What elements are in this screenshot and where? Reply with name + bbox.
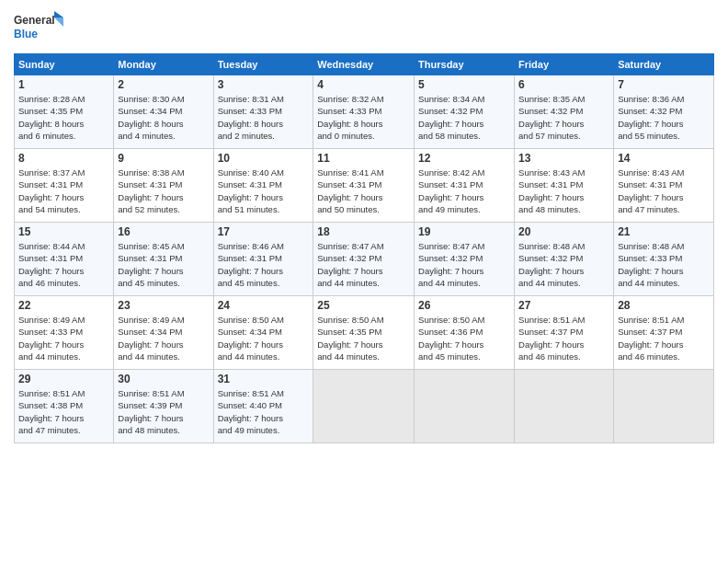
calendar-cell (313, 370, 415, 443)
calendar-cell: 16Sunrise: 8:45 AM Sunset: 4:31 PM Dayli… (114, 223, 213, 296)
day-number: 24 (218, 299, 310, 312)
day-info: Sunrise: 8:34 AM Sunset: 4:32 PM Dayligh… (418, 93, 510, 142)
day-number: 30 (118, 373, 209, 385)
calendar-cell: 10Sunrise: 8:40 AM Sunset: 4:31 PM Dayli… (213, 149, 313, 223)
calendar-cell: 21Sunrise: 8:48 AM Sunset: 4:33 PM Dayli… (614, 223, 714, 296)
calendar-cell: 23Sunrise: 8:49 AM Sunset: 4:34 PM Dayli… (114, 296, 213, 370)
calendar-cell: 24Sunrise: 8:50 AM Sunset: 4:34 PM Dayli… (213, 296, 313, 370)
day-number: 2 (118, 78, 209, 91)
day-info: Sunrise: 8:48 AM Sunset: 4:33 PM Dayligh… (618, 240, 710, 289)
calendar-cell (515, 370, 614, 443)
col-header-sunday: Sunday (15, 54, 114, 75)
day-number: 20 (518, 225, 609, 238)
day-info: Sunrise: 8:51 AM Sunset: 4:37 PM Dayligh… (618, 314, 710, 362)
day-info: Sunrise: 8:47 AM Sunset: 4:32 PM Dayligh… (418, 240, 510, 289)
calendar-week-row: 22Sunrise: 8:49 AM Sunset: 4:33 PM Dayli… (15, 296, 714, 370)
col-header-thursday: Thursday (415, 54, 515, 75)
calendar-cell: 14Sunrise: 8:43 AM Sunset: 4:31 PM Dayli… (614, 149, 714, 223)
calendar-cell: 26Sunrise: 8:50 AM Sunset: 4:36 PM Dayli… (415, 296, 515, 370)
day-info: Sunrise: 8:51 AM Sunset: 4:37 PM Dayligh… (518, 314, 609, 362)
day-info: Sunrise: 8:48 AM Sunset: 4:32 PM Dayligh… (518, 240, 609, 289)
day-info: Sunrise: 8:51 AM Sunset: 4:39 PM Dayligh… (118, 387, 209, 436)
day-info: Sunrise: 8:36 AM Sunset: 4:32 PM Dayligh… (618, 93, 710, 142)
calendar-cell: 29Sunrise: 8:51 AM Sunset: 4:38 PM Dayli… (15, 370, 114, 443)
day-number: 15 (18, 225, 109, 238)
calendar-cell: 31Sunrise: 8:51 AM Sunset: 4:40 PM Dayli… (213, 370, 313, 443)
day-info: Sunrise: 8:28 AM Sunset: 4:35 PM Dayligh… (18, 93, 109, 142)
calendar-cell: 27Sunrise: 8:51 AM Sunset: 4:37 PM Dayli… (515, 296, 614, 370)
day-number: 10 (218, 152, 310, 165)
day-info: Sunrise: 8:44 AM Sunset: 4:31 PM Dayligh… (18, 240, 109, 289)
calendar-cell (415, 370, 515, 443)
day-number: 7 (618, 78, 710, 91)
calendar-header-row: SundayMondayTuesdayWednesdayThursdayFrid… (15, 54, 714, 75)
day-info: Sunrise: 8:41 AM Sunset: 4:31 PM Dayligh… (317, 167, 410, 215)
day-number: 28 (618, 299, 710, 312)
day-info: Sunrise: 8:50 AM Sunset: 4:36 PM Dayligh… (418, 314, 510, 362)
calendar-cell: 9Sunrise: 8:38 AM Sunset: 4:31 PM Daylig… (114, 149, 213, 223)
day-number: 31 (218, 373, 310, 385)
svg-text:Blue: Blue (14, 28, 38, 40)
day-info: Sunrise: 8:31 AM Sunset: 4:33 PM Dayligh… (218, 93, 310, 142)
day-number: 26 (418, 299, 510, 312)
day-info: Sunrise: 8:30 AM Sunset: 4:34 PM Dayligh… (118, 93, 209, 142)
day-number: 19 (418, 225, 510, 238)
day-number: 1 (18, 78, 109, 91)
calendar-cell: 6Sunrise: 8:35 AM Sunset: 4:32 PM Daylig… (515, 75, 614, 149)
calendar-cell: 12Sunrise: 8:42 AM Sunset: 4:31 PM Dayli… (415, 149, 515, 223)
calendar-cell: 15Sunrise: 8:44 AM Sunset: 4:31 PM Dayli… (15, 223, 114, 296)
day-number: 6 (518, 78, 609, 91)
day-number: 9 (118, 152, 209, 165)
day-info: Sunrise: 8:46 AM Sunset: 4:31 PM Dayligh… (218, 240, 310, 289)
col-header-friday: Friday (515, 54, 614, 75)
day-number: 21 (618, 225, 710, 238)
calendar-cell: 18Sunrise: 8:47 AM Sunset: 4:32 PM Dayli… (313, 223, 415, 296)
svg-marker-2 (54, 11, 63, 17)
calendar-cell: 1Sunrise: 8:28 AM Sunset: 4:35 PM Daylig… (15, 75, 114, 149)
calendar-cell (614, 370, 714, 443)
day-info: Sunrise: 8:50 AM Sunset: 4:34 PM Dayligh… (218, 314, 310, 362)
logo-svg: General Blue (14, 9, 64, 46)
svg-marker-3 (54, 17, 63, 27)
day-info: Sunrise: 8:49 AM Sunset: 4:33 PM Dayligh… (18, 314, 109, 362)
col-header-monday: Monday (114, 54, 213, 75)
day-info: Sunrise: 8:47 AM Sunset: 4:32 PM Dayligh… (317, 240, 410, 289)
page-header: General Blue (14, 9, 714, 46)
day-number: 27 (518, 299, 609, 312)
day-info: Sunrise: 8:38 AM Sunset: 4:31 PM Dayligh… (118, 167, 209, 215)
col-header-saturday: Saturday (614, 54, 714, 75)
day-number: 25 (317, 299, 410, 312)
day-info: Sunrise: 8:43 AM Sunset: 4:31 PM Dayligh… (618, 167, 710, 215)
col-header-wednesday: Wednesday (313, 54, 415, 75)
day-info: Sunrise: 8:35 AM Sunset: 4:32 PM Dayligh… (518, 93, 609, 142)
day-info: Sunrise: 8:40 AM Sunset: 4:31 PM Dayligh… (218, 167, 310, 215)
calendar-week-row: 29Sunrise: 8:51 AM Sunset: 4:38 PM Dayli… (15, 370, 714, 443)
calendar-cell: 22Sunrise: 8:49 AM Sunset: 4:33 PM Dayli… (15, 296, 114, 370)
day-number: 22 (18, 299, 109, 312)
calendar-cell: 20Sunrise: 8:48 AM Sunset: 4:32 PM Dayli… (515, 223, 614, 296)
calendar-cell: 25Sunrise: 8:50 AM Sunset: 4:35 PM Dayli… (313, 296, 415, 370)
calendar-cell: 2Sunrise: 8:30 AM Sunset: 4:34 PM Daylig… (114, 75, 213, 149)
day-info: Sunrise: 8:45 AM Sunset: 4:31 PM Dayligh… (118, 240, 209, 289)
day-info: Sunrise: 8:51 AM Sunset: 4:40 PM Dayligh… (218, 387, 310, 436)
calendar-week-row: 1Sunrise: 8:28 AM Sunset: 4:35 PM Daylig… (15, 75, 714, 149)
day-info: Sunrise: 8:42 AM Sunset: 4:31 PM Dayligh… (418, 167, 510, 215)
calendar-week-row: 8Sunrise: 8:37 AM Sunset: 4:31 PM Daylig… (15, 149, 714, 223)
day-number: 29 (18, 373, 109, 385)
day-info: Sunrise: 8:43 AM Sunset: 4:31 PM Dayligh… (518, 167, 609, 215)
calendar-cell: 13Sunrise: 8:43 AM Sunset: 4:31 PM Dayli… (515, 149, 614, 223)
svg-text:General: General (14, 14, 55, 27)
day-number: 18 (317, 225, 410, 238)
day-number: 17 (218, 225, 310, 238)
calendar-cell: 5Sunrise: 8:34 AM Sunset: 4:32 PM Daylig… (415, 75, 515, 149)
day-info: Sunrise: 8:37 AM Sunset: 4:31 PM Dayligh… (18, 167, 109, 215)
calendar-table: SundayMondayTuesdayWednesdayThursdayFrid… (14, 53, 714, 443)
day-number: 23 (118, 299, 209, 312)
calendar-cell: 4Sunrise: 8:32 AM Sunset: 4:33 PM Daylig… (313, 75, 415, 149)
calendar-cell: 3Sunrise: 8:31 AM Sunset: 4:33 PM Daylig… (213, 75, 313, 149)
calendar-cell: 19Sunrise: 8:47 AM Sunset: 4:32 PM Dayli… (415, 223, 515, 296)
day-info: Sunrise: 8:51 AM Sunset: 4:38 PM Dayligh… (18, 387, 109, 436)
calendar-cell: 11Sunrise: 8:41 AM Sunset: 4:31 PM Dayli… (313, 149, 415, 223)
logo: General Blue (14, 9, 64, 46)
day-info: Sunrise: 8:32 AM Sunset: 4:33 PM Dayligh… (317, 93, 410, 142)
